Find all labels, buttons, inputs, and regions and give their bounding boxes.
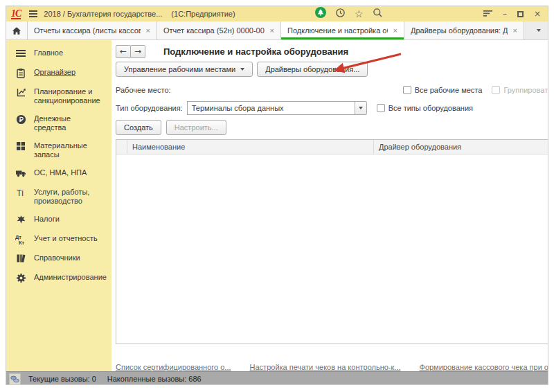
table-header: Наименование Драйвер оборудования bbox=[116, 140, 548, 154]
main-menu-icon[interactable] bbox=[29, 10, 37, 17]
sidebar-item-administration[interactable]: Администрирование bbox=[6, 268, 111, 287]
ruble-coin-icon bbox=[15, 114, 26, 125]
collapse-panels-icon[interactable] bbox=[483, 8, 492, 20]
sidebar-item-planning[interactable]: Планирование и санкционирование bbox=[6, 82, 111, 109]
window-title: 2018 / Бухгалтерия государстве... (1С:Пр… bbox=[44, 10, 235, 18]
equipment-list-table[interactable]: Наименование Драйвер оборудования bbox=[116, 139, 548, 344]
minimize-button[interactable]: – bbox=[503, 10, 507, 18]
blocks-icon bbox=[15, 141, 26, 152]
tab-bar: Отчеты кассира (листы кассовой ... × Отч… bbox=[6, 21, 548, 40]
accumulated-calls-status: Накопленные вызовы: 686 bbox=[107, 375, 202, 383]
checkbox-icon bbox=[492, 86, 500, 94]
close-tab-icon[interactable]: × bbox=[146, 26, 150, 35]
notifications-icon[interactable] bbox=[315, 7, 326, 21]
services-ti-icon: Тi bbox=[15, 187, 26, 198]
maximize-button[interactable] bbox=[517, 11, 524, 17]
server-calls-icon bbox=[9, 373, 21, 385]
planning-chart-icon bbox=[15, 87, 26, 98]
home-tab[interactable] bbox=[6, 21, 28, 39]
clipboard-icon bbox=[15, 67, 26, 78]
driver-column-header[interactable]: Драйвер оборудования bbox=[374, 140, 548, 154]
sidebar-item-services[interactable]: Тi Услуги, работы, производство bbox=[6, 183, 111, 210]
app-window: 1С 2018 / Бухгалтерия государстве... (1С… bbox=[6, 6, 548, 385]
eagle-emblem-icon bbox=[15, 214, 26, 225]
sidebar-item-money[interactable]: Денежные средства bbox=[6, 109, 111, 136]
sidebar-item-organizer[interactable]: Органайзер bbox=[6, 63, 111, 82]
table-body-empty[interactable] bbox=[116, 154, 548, 344]
sidebar-item-os-nma[interactable]: ОС, НМА, НПА bbox=[6, 163, 111, 183]
all-workplaces-checkbox[interactable]: Все рабочие места bbox=[403, 86, 483, 94]
close-tab-icon[interactable]: × bbox=[393, 26, 397, 35]
gear-icon bbox=[15, 272, 26, 283]
chevron-down-icon bbox=[240, 68, 244, 71]
favorites-icon[interactable]: ☆ bbox=[355, 9, 364, 19]
checkbox-icon bbox=[377, 104, 385, 112]
sidebar-item-inventory[interactable]: Материальные запасы bbox=[6, 136, 111, 163]
home-icon bbox=[12, 26, 21, 35]
chevron-down-icon bbox=[359, 107, 363, 109]
tab-equipment-setup[interactable]: Подключение и настройка обору... × bbox=[281, 21, 404, 39]
manage-workplaces-button[interactable]: Управление рабочими местами bbox=[116, 62, 253, 77]
receipt-print-setup-link[interactable]: Настройка печати чеков на контрольно-к..… bbox=[250, 363, 401, 371]
window-close-button[interactable]: × bbox=[534, 10, 541, 18]
close-tab-icon[interactable]: × bbox=[270, 26, 274, 35]
status-bar: Текущие вызовы: 0 Накопленные вызовы: 68… bbox=[6, 371, 548, 385]
close-tab-icon[interactable]: × bbox=[513, 26, 517, 35]
tabs-overflow-button[interactable] bbox=[530, 21, 548, 39]
sections-sidebar: Главное Органайзер Планирование и санкци… bbox=[6, 40, 111, 371]
workplace-label: Рабочее место: bbox=[116, 86, 171, 94]
tab-equipment-drivers[interactable]: Драйверы оборудования: Драйве... × bbox=[404, 21, 524, 39]
sidebar-item-accounting[interactable]: ДтКт Учет и отчетность bbox=[6, 229, 111, 249]
equipment-type-label: Тип оборудования: bbox=[116, 104, 183, 112]
form-equipment-setup: ← → Подключение и настройка оборудования… bbox=[111, 40, 548, 371]
dt-kt-icon: ДтКт bbox=[15, 233, 26, 244]
infobase-title: 2018 / Бухгалтерия государстве... bbox=[44, 10, 162, 18]
name-column-header[interactable]: Наименование bbox=[127, 140, 374, 154]
truck-icon bbox=[15, 168, 26, 179]
footer-links: Список сертифицированного о... Настройка… bbox=[116, 363, 548, 371]
title-bar: 1С 2018 / Бухгалтерия государстве... (1С… bbox=[6, 6, 548, 21]
svg-text:Кт: Кт bbox=[19, 239, 25, 244]
equipment-drivers-button[interactable]: Драйверы оборудования... bbox=[257, 62, 368, 77]
cash-receipt-link[interactable]: Формирование кассового чека при осуществ… bbox=[420, 363, 548, 371]
1c-logo: 1С bbox=[11, 9, 21, 19]
history-icon[interactable] bbox=[335, 8, 346, 21]
back-button[interactable]: ← bbox=[116, 45, 131, 58]
configure-button[interactable]: Настроить... bbox=[166, 120, 226, 135]
certified-equipment-link[interactable]: Список сертифицированного о... bbox=[116, 363, 231, 371]
current-calls-status: Текущие вызовы: 0 bbox=[28, 375, 96, 383]
selector-column-header bbox=[116, 140, 127, 154]
sidebar-item-glavnoe[interactable]: Главное bbox=[6, 44, 111, 63]
equipment-type-dropdown-button[interactable] bbox=[355, 101, 367, 115]
all-types-checkbox[interactable]: Все типы оборудования bbox=[377, 104, 473, 112]
page-title: Подключение и настройка оборудования bbox=[163, 46, 348, 57]
list-navigation bbox=[116, 346, 548, 357]
search-icon[interactable] bbox=[373, 8, 383, 21]
tab-cashier-report-52n[interactable]: Отчет кассира (52н) 0000-000045 ... × bbox=[157, 21, 281, 39]
forward-button[interactable]: → bbox=[130, 45, 145, 58]
app-name: (1С:Предприятие) bbox=[171, 10, 235, 18]
books-icon bbox=[15, 253, 26, 264]
menu-icon bbox=[15, 48, 26, 59]
sidebar-item-catalogs[interactable]: Справочники bbox=[6, 249, 111, 268]
equipment-type-input[interactable]: Терминалы сбора данных bbox=[187, 101, 355, 115]
tab-cashier-reports[interactable]: Отчеты кассира (листы кассовой ... × bbox=[28, 21, 157, 39]
svg-text:Тi: Тi bbox=[17, 188, 24, 198]
checkbox-icon bbox=[403, 86, 411, 94]
sidebar-item-taxes[interactable]: Налоги bbox=[6, 210, 111, 229]
chevron-down-icon bbox=[537, 29, 541, 32]
create-button[interactable]: Создать bbox=[116, 120, 161, 135]
group-by-workplace-checkbox: Группировать по рабочему месту bbox=[492, 86, 548, 94]
